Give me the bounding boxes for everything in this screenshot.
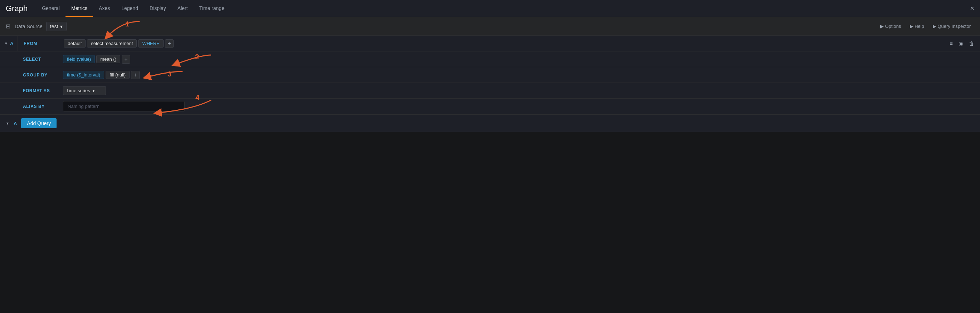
query-select-row: SELECT field (value) mean () + [0,51,980,67]
datasource-label: Data Source [15,24,43,29]
menu-icon[interactable]: ≡ [948,39,954,48]
where-btn[interactable]: WHERE [138,39,163,47]
help-button[interactable]: ▶ Help [906,22,928,30]
tab-general[interactable]: General [36,0,65,17]
datasource-bar: ⊟ Data Source test ▾ 1 ▶ Options ▶ Help … [0,17,980,36]
time-interval-btn[interactable]: time ($_interval) [63,71,104,79]
format-value: Time series [66,88,90,93]
select-content: field (value) mean () + [60,53,980,66]
bottom-query-letter: A [14,121,17,126]
from-label: FROM [18,36,61,51]
bottom-bar: ▼ A Add Query [0,114,980,132]
tab-time-range[interactable]: Time range [194,0,230,17]
formatas-label: FORMAT AS [17,88,60,93]
groupby-label: GROUP BY [17,73,60,77]
field-value-btn[interactable]: field (value) [63,55,95,63]
datasource-value: test [50,24,58,29]
fill-null-btn[interactable]: fill (null) [106,71,130,79]
top-bar: Graph General Metrics Axes Legend Displa… [0,0,980,17]
add-query-button[interactable]: Add Query [21,118,57,128]
annotation-3: 3 [167,70,172,78]
aliasBy-content: 4 [60,99,980,114]
query-letter-col[interactable]: ▼ A [0,36,18,51]
from-measurement-btn[interactable]: select measurement [87,39,137,47]
from-add-btn[interactable]: + [165,39,173,48]
aliasBy-label: ALIAS BY [17,104,60,109]
datasource-select[interactable]: test ▾ [46,22,67,31]
formatas-content: Time series ▾ [60,84,980,97]
format-select[interactable]: Time series ▾ [63,86,106,95]
mean-btn[interactable]: mean () [96,55,120,63]
query-inspector-button[interactable]: ▶ Query Inspector [929,22,974,30]
query-aliasby-row: ALIAS BY 4 [0,99,980,114]
chevron-down-icon-bottom: ▼ [6,122,9,125]
tab-axes[interactable]: Axes [93,0,116,17]
chevron-down-icon: ▼ [4,41,8,45]
chevron-down-icon: ▾ [60,24,63,29]
groupby-content: time ($_interval) fill (null) + 3 [60,69,980,81]
query-groupby-row: GROUP BY time ($_interval) fill (null) +… [0,67,980,83]
query-formatas-row: FORMAT AS Time series ▾ [0,83,980,99]
nav-tabs: General Metrics Axes Legend Display Aler… [36,0,970,17]
tab-alert[interactable]: Alert [172,0,194,17]
datasource-right-actions: ▶ Options ▶ Help ▶ Query Inspector [877,22,974,30]
select-label: SELECT [17,57,60,62]
from-content: default select measurement WHERE + 2 [61,36,944,51]
options-button[interactable]: ▶ Options [877,22,904,30]
select-add-btn[interactable]: + [122,55,130,63]
query-letter: A [10,41,13,46]
eye-icon[interactable]: ◉ [957,39,965,48]
database-icon: ⊟ [6,23,10,30]
trash-icon[interactable]: 🗑 [967,39,976,48]
tab-legend[interactable]: Legend [116,0,144,17]
groupby-add-btn[interactable]: + [131,71,140,79]
from-default-btn[interactable]: default [64,39,86,47]
annotation-1: 1 [125,20,129,28]
app-title: Graph [6,4,27,13]
from-row-actions: ≡ ◉ 🗑 [944,36,980,51]
alias-input[interactable] [63,101,185,111]
query-section: ▼ A FROM default select measurement WHER… [0,36,980,114]
close-button[interactable]: × [970,4,974,13]
chevron-down-icon: ▾ [92,88,95,93]
tab-display[interactable]: Display [144,0,172,17]
tab-metrics[interactable]: Metrics [65,0,93,17]
query-from-row: ▼ A FROM default select measurement WHER… [0,36,980,51]
